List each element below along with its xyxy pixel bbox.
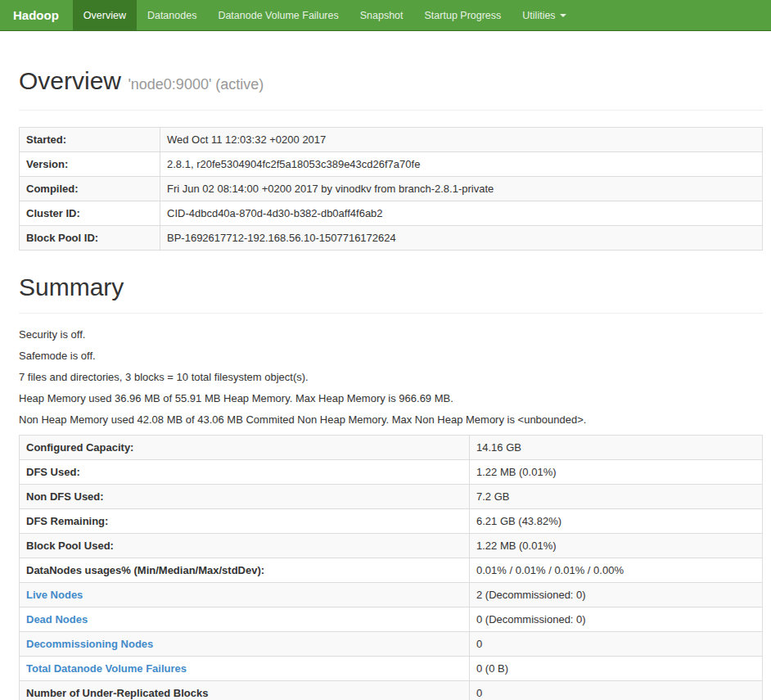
row-value: 0 (0 B): [470, 657, 763, 681]
nav-item-datanode-volume-failures[interactable]: Datanode Volume Failures: [207, 0, 349, 30]
summary-section-title: Summary: [19, 273, 763, 301]
summary-status-lines: Security is off. Safemode is off. 7 file…: [19, 328, 763, 426]
table-row: Block Pool ID: BP-1692617712-192.168.56.…: [20, 226, 763, 251]
decommissioning-nodes-link[interactable]: Decommissioning Nodes: [26, 638, 153, 650]
row-label: Non DFS Used:: [20, 485, 470, 509]
cluster-summary-table: Configured Capacity: 14.16 GB DFS Used: …: [19, 435, 763, 700]
row-label: Version:: [20, 152, 160, 177]
heap-memory-text: Heap Memory used 36.96 MB of 55.91 MB He…: [19, 392, 763, 404]
table-row: Version: 2.8.1, r20fe5304904fc2f5a18053c…: [20, 152, 763, 177]
row-value: 14.16 GB: [470, 436, 763, 460]
main-content: Overview 'node0:9000' (active) Started: …: [0, 67, 771, 700]
nav-item-label: Datanode Volume Failures: [218, 10, 338, 21]
row-value: Wed Oct 11 12:03:32 +0200 2017: [160, 128, 763, 152]
row-label: Decommissioning Nodes: [20, 632, 470, 657]
row-label: DFS Remaining:: [20, 509, 470, 534]
table-row: Block Pool Used: 1.22 MB (0.01%): [20, 534, 763, 558]
table-row: Started: Wed Oct 11 12:03:32 +0200 2017: [20, 128, 763, 152]
filesystem-objects-text: 7 files and directories, 3 blocks = 10 t…: [19, 371, 763, 383]
page-subtitle: 'node0:9000' (active): [128, 76, 264, 93]
row-label: Total Datanode Volume Failures: [20, 657, 470, 681]
table-row: DFS Used: 1.22 MB (0.01%): [20, 460, 763, 485]
row-value: CID-4dbcd40a-870d-4d30-b382-db0aff4f6ab2: [160, 201, 763, 226]
row-value: BP-1692617712-192.168.56.10-150771617262…: [160, 226, 763, 251]
nav-item-label: Datanodes: [147, 10, 196, 21]
table-row: Total Datanode Volume Failures 0 (0 B): [20, 657, 763, 681]
row-label: Compiled:: [20, 177, 160, 201]
row-label: Number of Under-Replicated Blocks: [20, 681, 470, 700]
row-value: 0: [470, 681, 763, 700]
caret-down-icon: [560, 14, 566, 17]
table-row: Compiled: Fri Jun 02 08:14:00 +0200 2017…: [20, 177, 763, 201]
security-status-text: Security is off.: [19, 328, 763, 341]
row-label: Started:: [20, 128, 160, 152]
row-label: Dead Nodes: [20, 607, 470, 632]
row-label: Configured Capacity:: [20, 436, 470, 460]
nav-item-label: Overview: [83, 10, 126, 21]
navbar-menu: Overview Datanodes Datanode Volume Failu…: [73, 0, 577, 30]
table-row: Dead Nodes 0 (Decommissioned: 0): [20, 607, 763, 632]
row-label: DFS Used:: [20, 460, 470, 485]
nav-item-label: Snapshot: [360, 10, 404, 21]
row-value: 0: [470, 632, 763, 657]
row-value: Fri Jun 02 08:14:00 +0200 2017 by vinodk…: [160, 177, 763, 201]
nav-item-utilities-dropdown[interactable]: Utilities: [512, 0, 576, 30]
row-value: 1.22 MB (0.01%): [470, 534, 763, 558]
divider: [19, 313, 763, 314]
row-value: 7.2 GB: [470, 485, 763, 509]
non-heap-memory-text: Non Heap Memory used 42.08 MB of 43.06 M…: [19, 413, 763, 426]
row-label: Live Nodes: [20, 583, 470, 607]
safemode-status-text: Safemode is off.: [19, 350, 763, 362]
page-title: Overview 'node0:9000' (active): [19, 67, 763, 98]
table-row: DataNodes usages% (Min/Median/Max/stdDev…: [20, 558, 763, 583]
row-value: 0 (Decommissioned: 0): [470, 607, 763, 632]
table-row: Configured Capacity: 14.16 GB: [20, 436, 763, 460]
nav-item-label: Startup Progress: [425, 10, 502, 21]
row-label: Block Pool ID:: [20, 226, 160, 251]
table-row: Number of Under-Replicated Blocks 0: [20, 681, 763, 700]
nav-item-label: Utilities: [522, 10, 555, 21]
row-label: Cluster ID:: [20, 201, 160, 226]
nav-item-overview[interactable]: Overview: [73, 0, 137, 30]
row-value: 0.01% / 0.01% / 0.01% / 0.00%: [470, 558, 763, 583]
row-label: DataNodes usages% (Min/Median/Max/stdDev…: [20, 558, 470, 583]
page-title-text: Overview: [19, 67, 121, 94]
nav-item-snapshot[interactable]: Snapshot: [349, 0, 414, 30]
namenode-info-table: Started: Wed Oct 11 12:03:32 +0200 2017 …: [19, 127, 763, 251]
table-row: DFS Remaining: 6.21 GB (43.82%): [20, 509, 763, 534]
navbar: Hadoop Overview Datanodes Datanode Volum…: [0, 0, 771, 31]
total-datanode-volume-failures-link[interactable]: Total Datanode Volume Failures: [26, 662, 187, 675]
table-row: Non DFS Used: 7.2 GB: [20, 485, 763, 509]
dead-nodes-link[interactable]: Dead Nodes: [26, 613, 88, 625]
nav-item-startup-progress[interactable]: Startup Progress: [414, 0, 512, 30]
nav-item-datanodes[interactable]: Datanodes: [137, 0, 207, 30]
live-nodes-link[interactable]: Live Nodes: [26, 589, 83, 601]
table-row: Decommissioning Nodes 0: [20, 632, 763, 657]
row-value: 6.21 GB (43.82%): [470, 509, 763, 534]
row-value: 2 (Decommissioned: 0): [470, 583, 763, 607]
table-row: Cluster ID: CID-4dbcd40a-870d-4d30-b382-…: [20, 201, 763, 226]
navbar-brand[interactable]: Hadoop: [0, 0, 73, 30]
row-label: Block Pool Used:: [20, 534, 470, 558]
table-row: Live Nodes 2 (Decommissioned: 0): [20, 583, 763, 607]
row-value: 2.8.1, r20fe5304904fc2f5a18053c389e43cd2…: [160, 152, 763, 177]
row-value: 1.22 MB (0.01%): [470, 460, 763, 485]
divider: [19, 110, 763, 111]
